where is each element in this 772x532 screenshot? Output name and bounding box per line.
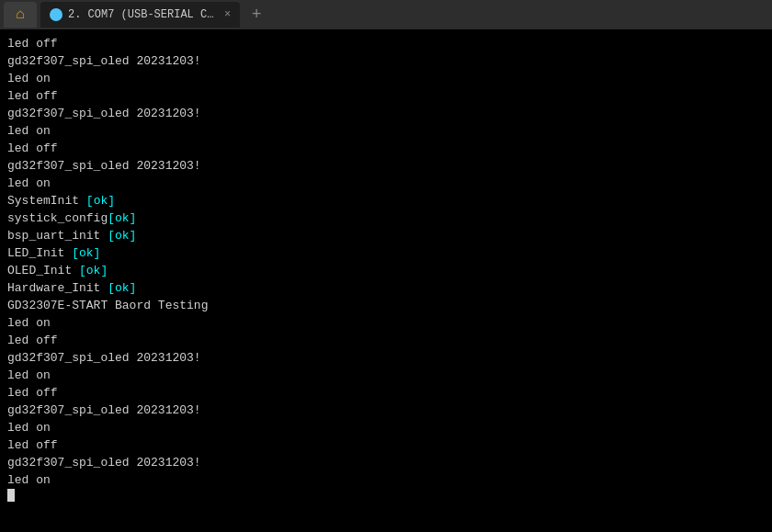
terminal-line: led on bbox=[7, 122, 765, 140]
tab-home[interactable]: ⌂ bbox=[4, 2, 37, 28]
tab-label: 2. COM7 (USB-SERIAL CH340 (COM bbox=[68, 8, 215, 21]
new-tab-button[interactable]: + bbox=[244, 2, 269, 28]
terminal-line: led off bbox=[7, 384, 765, 402]
home-icon: ⌂ bbox=[16, 6, 25, 23]
terminal-line: led on bbox=[7, 175, 765, 192]
terminal-line: led off bbox=[7, 332, 765, 349]
terminal-line: led off bbox=[7, 436, 765, 454]
terminal-line: gd32f307_spi_oled 20231203! bbox=[7, 349, 765, 367]
terminal-line: led on bbox=[7, 471, 765, 489]
terminal-line: led on bbox=[7, 419, 765, 436]
cursor-line bbox=[7, 489, 765, 502]
tab-close-icon[interactable]: × bbox=[224, 8, 231, 21]
terminal-body[interactable]: led offgd32f307_spi_oled 20231203!led on… bbox=[0, 29, 772, 532]
terminal-line: gd32f307_spi_oled 20231203! bbox=[7, 52, 765, 70]
title-bar: ⌂ 2. COM7 (USB-SERIAL CH340 (COM × + bbox=[0, 0, 772, 29]
terminal-line: gd32f307_spi_oled 20231203! bbox=[7, 454, 765, 471]
terminal-line: Hardware_Init [ok] bbox=[7, 279, 765, 297]
terminal-line: systick_config[ok] bbox=[7, 209, 765, 227]
tab-active[interactable]: 2. COM7 (USB-SERIAL CH340 (COM × bbox=[40, 2, 240, 28]
terminal-line: SystemInit [ok] bbox=[7, 192, 765, 209]
terminal-line: OLED_Init [ok] bbox=[7, 262, 765, 279]
terminal-line: led on bbox=[7, 70, 765, 87]
tab-indicator-icon bbox=[50, 8, 62, 21]
terminal-line: led on bbox=[7, 314, 765, 332]
terminal-line: bsp_uart_init [ok] bbox=[7, 227, 765, 244]
terminal-line: led off bbox=[7, 87, 765, 105]
terminal-cursor bbox=[7, 489, 15, 502]
terminal-line: led off bbox=[7, 35, 765, 52]
terminal-line: led off bbox=[7, 140, 765, 157]
terminal-line: led on bbox=[7, 367, 765, 384]
terminal-line: LED_Init [ok] bbox=[7, 244, 765, 262]
terminal-line: gd32f307_spi_oled 20231203! bbox=[7, 105, 765, 122]
terminal-line: gd32f307_spi_oled 20231203! bbox=[7, 157, 765, 175]
terminal-line: GD32307E-START Baord Testing bbox=[7, 297, 765, 314]
terminal-line: gd32f307_spi_oled 20231203! bbox=[7, 402, 765, 419]
